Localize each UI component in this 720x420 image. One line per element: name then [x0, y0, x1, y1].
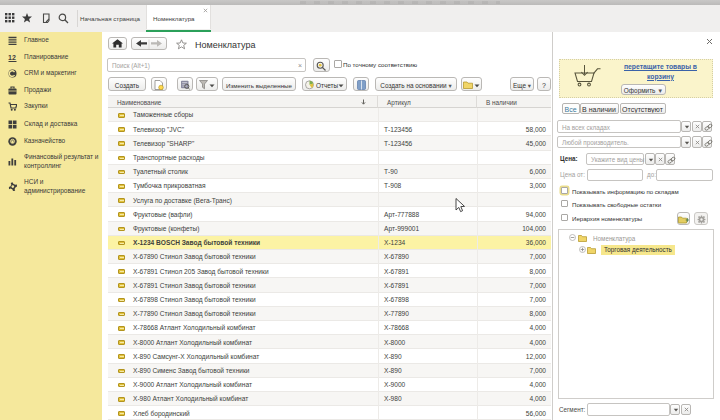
svg-text:Отчеты: Отчеты [316, 81, 338, 88]
svg-text:2: 2 [12, 53, 16, 60]
